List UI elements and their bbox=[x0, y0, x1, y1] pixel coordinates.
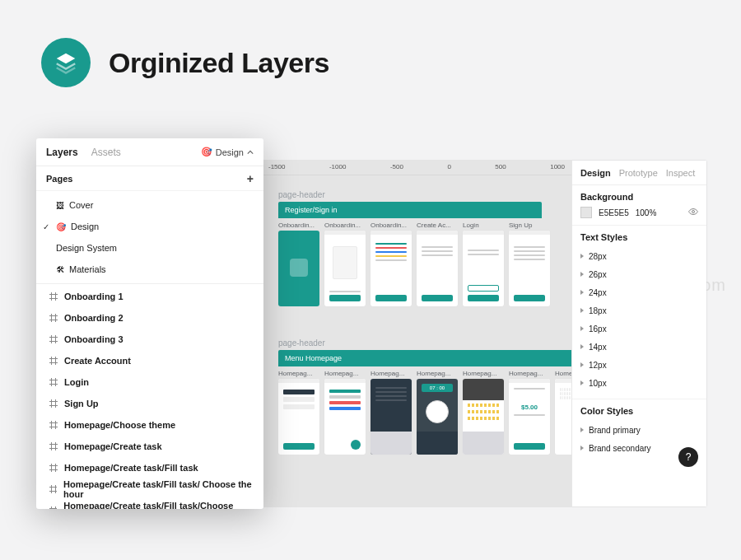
frame-item[interactable]: Homepage/Choose theme bbox=[36, 414, 263, 436]
page-list: 🖼Cover✓🎯DesignDesign System🛠Materials bbox=[36, 191, 263, 284]
text-style-label: 12px bbox=[589, 361, 607, 370]
frame-item[interactable]: Sign Up bbox=[36, 393, 263, 414]
page-selector[interactable]: 🎯 Design bbox=[201, 147, 254, 157]
page-selector-emoji: 🎯 bbox=[201, 147, 212, 157]
frame-thumb[interactable]: Homepag... 07 : 00 bbox=[417, 370, 458, 455]
frame-thumb[interactable]: Login bbox=[463, 222, 504, 306]
page-title: Orginized Layers bbox=[109, 47, 329, 79]
add-page-button[interactable]: + bbox=[247, 173, 254, 184]
canvas[interactable]: -1500 -1000 -500 0 500 1000 page-header … bbox=[262, 161, 571, 506]
text-style-item[interactable]: 12px bbox=[580, 356, 698, 374]
tab-inspect[interactable]: Inspect bbox=[666, 168, 695, 178]
layers-panel-tabs: Layers Assets 🎯 Design bbox=[36, 138, 263, 166]
color-styles-header: Color Styles bbox=[580, 406, 698, 416]
frame-label: Onboarding 3 bbox=[64, 334, 124, 344]
frame-label: Login bbox=[64, 377, 89, 387]
page-label: Design bbox=[71, 222, 99, 231]
frame-item[interactable]: Homepage/Create task/Fill task bbox=[36, 457, 263, 478]
frame-label: Homepage/Create task bbox=[64, 441, 162, 451]
text-style-item[interactable]: 24px bbox=[580, 283, 698, 301]
canvas-section-register[interactable]: Register/Sign in Onboardin... Onboardin.… bbox=[278, 202, 550, 306]
page-selector-label: Design bbox=[216, 147, 244, 157]
page-item[interactable]: 🛠Materials bbox=[36, 259, 263, 280]
frame-icon bbox=[49, 485, 57, 493]
text-style-item[interactable]: 14px bbox=[580, 338, 698, 356]
frame-icon bbox=[49, 378, 58, 386]
page-emoji: 🛠 bbox=[56, 265, 64, 274]
page-item[interactable]: 🖼Cover bbox=[36, 194, 263, 216]
text-style-item[interactable]: 18px bbox=[580, 301, 698, 320]
frame-thumb[interactable]: Homepag... bbox=[463, 370, 504, 455]
frame-thumb[interactable]: Homepag... $5.00 bbox=[509, 370, 550, 455]
frame-thumb[interactable]: Onboardin... bbox=[324, 222, 366, 306]
visibility-icon[interactable] bbox=[688, 207, 698, 218]
page-label: Design System bbox=[56, 243, 117, 253]
text-style-item[interactable]: 26px bbox=[580, 265, 698, 283]
page-label: Cover bbox=[69, 200, 93, 210]
bg-hex[interactable]: E5E5E5 bbox=[599, 208, 629, 217]
inspect-panel: Design Prototype Inspect Background E5E5… bbox=[571, 161, 706, 506]
section-banner: Menu Homepage bbox=[278, 350, 571, 366]
ruler-horizontal: -1500 -1000 -500 0 500 1000 bbox=[262, 161, 571, 175]
layers-panel: Layers Assets 🎯 Design Pages + 🖼Cover✓🎯D… bbox=[36, 138, 263, 509]
page-label: Materials bbox=[69, 264, 106, 274]
text-styles-header: Text Styles bbox=[580, 232, 698, 242]
bg-swatch[interactable] bbox=[580, 207, 592, 218]
text-style-item[interactable]: 28px bbox=[580, 247, 698, 265]
inspect-tabs: Design Prototype Inspect bbox=[572, 161, 706, 185]
frame-thumb[interactable]: Create Ac... bbox=[417, 222, 458, 306]
frame-thumb[interactable]: Homepag... bbox=[278, 370, 319, 455]
tab-assets[interactable]: Assets bbox=[91, 147, 121, 158]
svg-point-0 bbox=[692, 211, 695, 213]
caret-right-icon bbox=[580, 308, 584, 313]
frame-thumb[interactable]: Onboardin... bbox=[278, 222, 319, 306]
bg-opacity[interactable]: 100% bbox=[636, 208, 657, 217]
hero: Orginized Layers bbox=[0, 0, 741, 87]
frame-icon bbox=[49, 421, 58, 429]
frame-list: Onboarding 1Onboarding 2Onboarding 3Crea… bbox=[36, 284, 263, 509]
tab-design[interactable]: Design bbox=[580, 168, 611, 178]
frame-item[interactable]: Onboarding 3 bbox=[36, 329, 263, 350]
frame-label: Onboarding 1 bbox=[64, 292, 124, 301]
page-item[interactable]: Design System bbox=[36, 237, 263, 259]
caret-right-icon bbox=[580, 427, 584, 432]
text-style-label: 16px bbox=[589, 324, 607, 334]
frame-icon bbox=[49, 399, 58, 408]
check-icon: ✓ bbox=[43, 222, 49, 231]
section-label: page-header bbox=[278, 338, 325, 348]
color-style-item[interactable]: Brand primary bbox=[580, 421, 698, 439]
page-emoji: 🖼 bbox=[56, 201, 64, 210]
frame-item[interactable]: Homepage/Create task bbox=[36, 436, 263, 457]
text-style-item[interactable]: 16px bbox=[580, 320, 698, 338]
pages-header: Pages bbox=[46, 174, 72, 184]
frame-icon bbox=[49, 357, 58, 365]
frame-item[interactable]: Homepage/Create task/Fill task/ Choose t… bbox=[36, 478, 263, 500]
frame-label: Homepage/Create task/Fill task bbox=[64, 463, 198, 473]
tab-prototype[interactable]: Prototype bbox=[619, 168, 658, 178]
frame-thumb[interactable]: Sign Up bbox=[509, 222, 550, 306]
frame-icon bbox=[49, 506, 57, 509]
layers-icon bbox=[41, 38, 91, 87]
page-item[interactable]: ✓🎯Design bbox=[36, 216, 263, 237]
caret-right-icon bbox=[580, 272, 584, 277]
frame-item[interactable]: Create Account bbox=[36, 350, 263, 371]
frame-icon bbox=[49, 292, 58, 301]
frame-item[interactable]: Homepage/Create task/Fill task/Choose pr… bbox=[36, 500, 263, 509]
text-style-label: 24px bbox=[589, 288, 607, 297]
frame-thumb[interactable]: Homepag... bbox=[370, 370, 412, 455]
frame-item[interactable]: Login bbox=[36, 371, 263, 393]
tab-layers[interactable]: Layers bbox=[46, 147, 78, 158]
frame-thumb[interactable]: Homepag... bbox=[324, 370, 366, 455]
frame-item[interactable]: Onboarding 1 bbox=[36, 286, 263, 307]
frame-label: Homepage/Create task/Fill task/Choose pr… bbox=[63, 501, 254, 509]
caret-right-icon bbox=[580, 446, 584, 450]
help-button[interactable]: ? bbox=[678, 447, 698, 467]
text-style-item[interactable]: 10px bbox=[580, 374, 698, 392]
frame-icon bbox=[49, 335, 58, 343]
canvas-section-homepage[interactable]: Menu Homepage Homepag... Homepag... Home… bbox=[278, 350, 571, 455]
frame-item[interactable]: Onboarding 2 bbox=[36, 307, 263, 329]
text-style-label: 18px bbox=[589, 306, 607, 315]
frame-thumb[interactable]: Onboardin... bbox=[370, 222, 412, 306]
pages-header-row: Pages + bbox=[36, 166, 263, 191]
frame-thumb[interactable]: Homepa... bbox=[555, 370, 571, 455]
